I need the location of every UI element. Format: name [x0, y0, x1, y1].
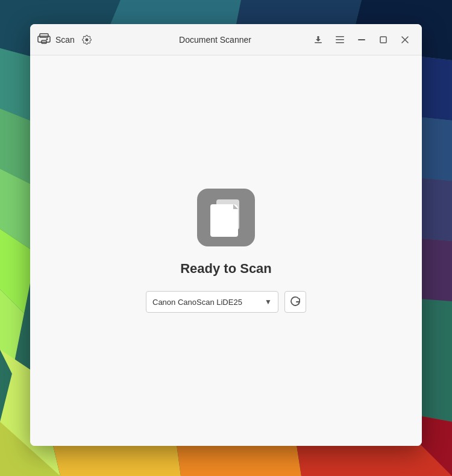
window-title-text: Document Scanner [179, 35, 251, 45]
window-title: Document Scanner [122, 35, 309, 45]
download-button[interactable] [309, 30, 328, 49]
svg-rect-35 [380, 37, 386, 43]
main-content: Ready to Scan Canon CanoScan LiDE25 ▼ [30, 55, 422, 446]
refresh-icon [290, 296, 301, 307]
maximize-button[interactable] [374, 30, 393, 49]
titlebar-left: Scan [37, 33, 122, 47]
refresh-button[interactable] [284, 291, 306, 313]
titlebar: Scan Document Scanner [30, 24, 422, 55]
titlebar-controls [309, 30, 415, 49]
app-name-label: Scan [55, 35, 75, 45]
close-button[interactable] [395, 30, 415, 49]
svg-rect-31 [336, 36, 344, 37]
svg-rect-33 [336, 42, 344, 43]
scanner-name: Canon CanoScan LiDE25 [152, 298, 260, 307]
svg-rect-32 [336, 39, 344, 40]
ready-to-scan-text: Ready to Scan [180, 261, 272, 277]
svg-rect-34 [358, 39, 365, 40]
minimize-button[interactable] [352, 30, 371, 49]
scanner-app-icon [37, 33, 51, 46]
scanner-document-icon [208, 197, 244, 238]
settings-button[interactable] [80, 33, 94, 47]
svg-rect-30 [315, 42, 322, 43]
scanner-selector-row: Canon CanoScan LiDE25 ▼ [146, 291, 306, 313]
app-window: Scan Document Scanner [30, 24, 422, 446]
svg-rect-27 [40, 34, 48, 37]
menu-button[interactable] [330, 30, 350, 49]
dropdown-arrow-icon: ▼ [265, 298, 272, 306]
scanner-icon-background [197, 189, 255, 246]
scanner-icon-wrapper [197, 189, 255, 246]
scanner-dropdown[interactable]: Canon CanoScan LiDE25 ▼ [146, 291, 278, 313]
svg-point-29 [46, 39, 48, 40]
